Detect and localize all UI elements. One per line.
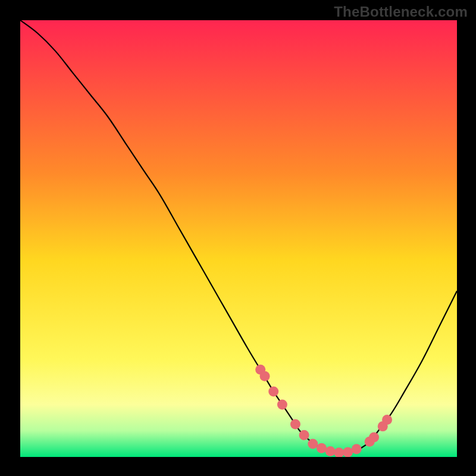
marker-dot — [325, 446, 336, 456]
marker-dot — [352, 444, 362, 454]
marker-dot — [299, 430, 309, 440]
marker-dot — [317, 443, 327, 453]
marker-dot — [343, 447, 353, 457]
marker-dot — [369, 432, 379, 442]
marker-dot — [382, 415, 392, 425]
marker-dot — [308, 439, 318, 449]
marker-dot — [277, 399, 287, 409]
gradient-background — [20, 20, 457, 457]
bottleneck-chart — [20, 20, 457, 457]
plot-area — [20, 20, 457, 457]
marker-dot — [260, 371, 270, 381]
marker-dot — [268, 386, 278, 396]
marker-dot — [290, 419, 300, 429]
watermark-text: TheBottleneck.com — [334, 4, 468, 20]
chart-frame: TheBottleneck.com — [0, 0, 476, 476]
